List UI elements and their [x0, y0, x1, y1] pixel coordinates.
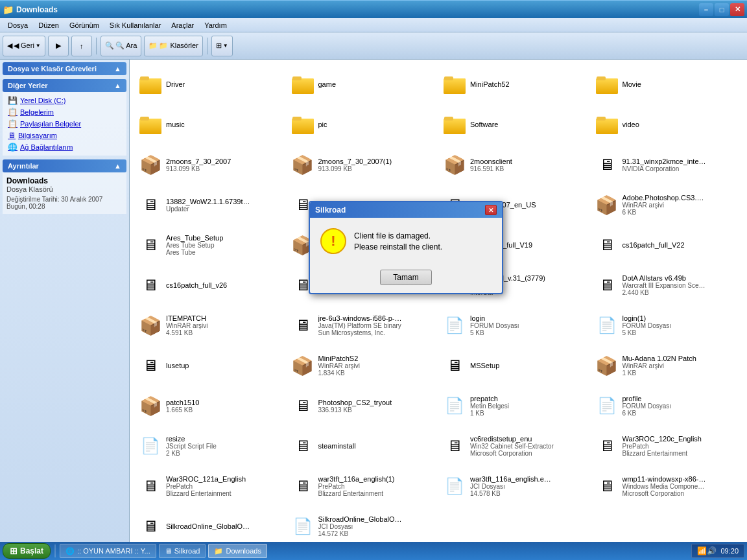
list-item[interactable]: 🖥 91.31_winxp2kmce_internatio... NVIDIA … [591, 145, 742, 184]
title-bar: 📁 Downloads − □ ✕ [0, 0, 747, 18]
file-info: MiniPatchS2 WinRAR arşivi1.834 KB [318, 355, 360, 377]
list-item[interactable]: 📄 war3tft_116a_english.exe.jc! JCI Dosya… [439, 467, 590, 506]
list-item[interactable]: game [287, 65, 438, 104]
list-item[interactable]: 📦 patch1510 1.665 KB [135, 386, 286, 425]
file-grid: Driver game [130, 60, 747, 542]
list-item[interactable]: Software [439, 105, 590, 144]
list-item[interactable]: 🖥 steaminstall [287, 426, 438, 465]
list-item[interactable]: video [591, 105, 742, 144]
list-item[interactable]: 🖥 jre-6u3-windows-i586-p-iftw Java(TM) P… [287, 306, 438, 345]
list-item[interactable]: MiniPatch52 [439, 65, 590, 104]
taskbar-label-3: Downloads [226, 547, 261, 555]
file-info: 2moons_7_30_2007 913.099 KB [166, 158, 231, 172]
list-item[interactable]: 📄 prepatch Metin Belgesi1 KB [439, 386, 590, 425]
file-detail: Ares Tube SetupAres Tube [166, 242, 223, 256]
menu-gorunum[interactable]: Görünüm [64, 20, 104, 30]
other-places-label: Diğer Yerler [8, 82, 48, 89]
list-item[interactable]: 🖥 War3ROC_121a_English PrePatchBlizzard … [135, 467, 286, 506]
details-folder-name: Downloads [6, 176, 123, 185]
taskbar-btn-1[interactable]: 🌐 :: OYUN AMBARI :: Y... [60, 544, 156, 558]
maximize-button[interactable]: □ [715, 3, 729, 16]
details-header[interactable]: Ayrıntılar ▲ [3, 159, 126, 172]
list-item[interactable]: 🖥 Ares_Tube_Setup Ares Tube SetupAres Tu… [135, 226, 286, 264]
taskbar-icon-1: 🌐 [65, 547, 75, 555]
list-item[interactable]: 📦 Adobe.Photoshop.CS3.Turkce,... WinRAR … [591, 185, 742, 224]
link-bilgisayarim[interactable]: 🖥 Bilgisayarım [5, 130, 124, 141]
svg-rect-23 [597, 117, 606, 121]
taskbar-btn-2[interactable]: 🖥 Silkroad [159, 544, 206, 558]
close-button[interactable]: ✕ [730, 3, 744, 16]
list-item[interactable]: 🖥 cs16patch_full_V22 [591, 226, 742, 264]
list-item[interactable]: 📦 2moons_7_30_2007 913.099 KB [135, 145, 286, 184]
folders-button[interactable]: 📁 📁 Klasörler [144, 36, 202, 56]
minimize-button[interactable]: − [699, 3, 713, 16]
list-item[interactable]: 📄 login(1) FORUM Dosyası5 KB [591, 306, 742, 345]
taskbar-btn-downloads[interactable]: 📁 Downloads [208, 544, 267, 558]
list-item[interactable]: pic [287, 105, 438, 144]
link-agbaglantilari[interactable]: 🌐 Ağ Bağlantılarım [5, 141, 124, 153]
list-item[interactable]: 📄 resize JScript Script File2 KB [135, 426, 286, 465]
file-name: resize [166, 435, 217, 443]
menu-yardim[interactable]: Yardım [199, 20, 232, 30]
list-item[interactable]: 🖥 cs16patch_full_v26 [135, 266, 286, 305]
list-item[interactable]: 📄 profile FORUM Dosyası6 KB [591, 386, 742, 425]
list-item[interactable]: 🖥 vc6redistsetup_enu Win32 Cabinet Self-… [439, 426, 590, 465]
menu-duzen[interactable]: Düzen [33, 20, 64, 30]
list-item[interactable]: Movie [591, 65, 742, 104]
details-folder-date: Değiştirilme Tarihi: 30 Aralık 2007 Bugü… [6, 196, 123, 210]
list-item[interactable]: 🖥 lusetup [135, 346, 286, 385]
file-name: login(1) [622, 314, 672, 322]
file-detail: Metin Belgesi1 KB [470, 402, 509, 417]
list-item[interactable]: 🖥 MSSetup [439, 346, 590, 385]
list-item[interactable]: 📦 2moons_7_30_2007(1) 913.099 KB [287, 145, 438, 184]
list-item[interactable]: 🖥 Photoshop_CS2_tryout 336.913 KB [287, 386, 438, 425]
file-detail: 913.099 KB [318, 165, 392, 172]
list-item[interactable]: 🖥 war3tft_116a_english(1) PrePatchBlizza… [287, 467, 438, 506]
doc-icon: 📄 [595, 394, 619, 417]
title-bar-left: 📁 Downloads [3, 5, 58, 15]
list-item[interactable]: 📄 SilkroadOnline_GlobalOfficial_... JCI … [287, 507, 438, 542]
menu-araclar[interactable]: Araçlar [166, 20, 199, 30]
file-info: patch1510 1.665 KB [166, 399, 199, 414]
search-button[interactable]: 🔍 🔍 Ara [101, 36, 142, 56]
list-item[interactable]: Driver [135, 65, 286, 104]
link-local-disk[interactable]: 💾 Yerel Disk (C:) [5, 95, 124, 106]
dialog-close-button[interactable]: ✕ [485, 205, 497, 215]
svg-rect-16 [292, 119, 314, 134]
agbaglantilari-icon: 🌐 [8, 143, 18, 152]
archive-icon: 📦 [139, 153, 162, 176]
file-info: pic [318, 121, 327, 128]
views-button[interactable]: ⊞ ▼ [211, 36, 233, 56]
svg-rect-19 [444, 119, 466, 134]
list-item[interactable]: 🖥 SilkroadOnline_GlobalOfficial_... [135, 507, 286, 542]
file-info: ITEMPATCH WinRAR arşivi4.591 KB [166, 314, 208, 336]
forward-button[interactable]: ▶ [48, 36, 69, 56]
exe-icon: 🖥 [595, 274, 619, 297]
link-paylasilanBelgeler[interactable]: 📋 Paylaşılan Belgeler [5, 118, 124, 130]
menu-dosya[interactable]: Dosya [3, 20, 33, 30]
other-places-header[interactable]: Diğer Yerler ▲ [3, 79, 126, 92]
taskbar: ⊞ Başlat 🌐 :: OYUN AMBARI :: Y... 🖥 Silk… [0, 542, 747, 560]
list-item[interactable]: 📦 ITEMPATCH WinRAR arşivi4.591 KB [135, 306, 286, 345]
menu-sik[interactable]: Sık Kullanılanlar [104, 20, 167, 30]
start-button[interactable]: ⊞ Başlat [3, 543, 51, 559]
list-item[interactable]: 📦 Mu-Adana 1.02N Patch WinRAR arşivi1 KB [591, 346, 742, 385]
list-item[interactable]: 🖥 13882_WoW2.1.1.6739to0.1.... Updater [135, 185, 286, 224]
link-belgelerim[interactable]: 📋 Belgelerim [5, 106, 124, 118]
tasks-header[interactable]: Dosya ve Klasör Görevleri ▲ [3, 62, 126, 75]
file-name: jre-6u3-windows-i586-p-iftw [318, 314, 403, 322]
list-item[interactable]: 📦 2moonsclient 916.591 KB [439, 145, 590, 184]
list-item[interactable]: 🖥 wmp11-windowsxp-x86-TR-TR-... Windows … [591, 467, 742, 506]
list-item[interactable]: 🖥 DotA Allstars v6.49b Warcraft III Expa… [591, 266, 742, 305]
up-button[interactable]: ↑ [71, 36, 92, 56]
file-name: MiniPatch52 [470, 80, 510, 88]
title-controls: − □ ✕ [699, 3, 744, 16]
list-item[interactable]: music [135, 105, 286, 144]
dialog-ok-button[interactable]: Tamam [380, 270, 432, 285]
exe-icon: 🖥 [291, 434, 314, 458]
list-item[interactable]: 🖥 War3ROC_120c_English PrePatchBlizzard … [591, 426, 742, 465]
file-detail: PrePatchBlizzard Entertainment [622, 443, 702, 457]
list-item[interactable]: 📄 login FORUM Dosyası5 KB [439, 306, 590, 345]
list-item[interactable]: 📦 MiniPatchS2 WinRAR arşivi1.834 KB [287, 346, 438, 385]
back-button[interactable]: ◀ ◀ Geri ▼ [3, 36, 45, 56]
